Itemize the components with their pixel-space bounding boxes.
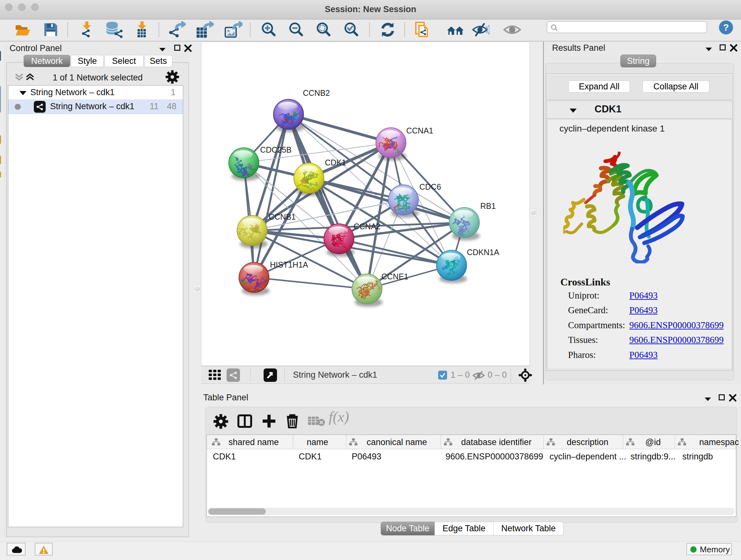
svg-text:CCNB1: CCNB1 xyxy=(269,212,296,221)
svg-text:CCNE1: CCNE1 xyxy=(381,272,408,281)
svg-text:CDC6: CDC6 xyxy=(419,182,441,191)
svg-text:CDK1: CDK1 xyxy=(325,158,346,167)
svg-text:CCNA2: CCNA2 xyxy=(354,222,381,231)
svg-text:CCNB2: CCNB2 xyxy=(303,88,330,98)
svg-text:CDC25B: CDC25B xyxy=(260,145,292,154)
svg-text:CDKN1A: CDKN1A xyxy=(467,248,499,257)
svg-text:RB1: RB1 xyxy=(480,201,496,210)
svg-text:HIST1H1A: HIST1H1A xyxy=(270,260,308,269)
svg-text:CCNA1: CCNA1 xyxy=(406,126,433,135)
